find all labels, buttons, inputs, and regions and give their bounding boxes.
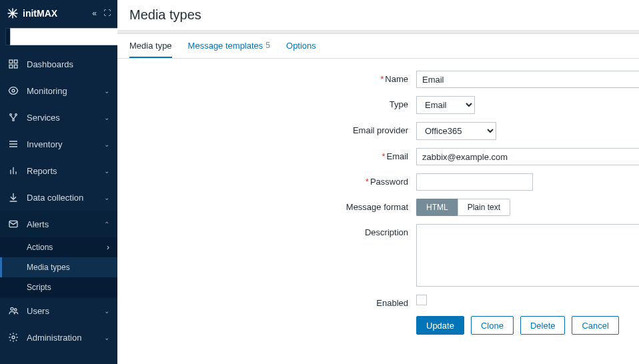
dashboards-icon — [8, 59, 19, 69]
svg-point-7 — [15, 114, 17, 116]
sidebar-subitem-actions[interactable]: Actions › — [0, 237, 117, 257]
sidebar-item-label: Administration — [27, 333, 96, 343]
sidebar-item-inventory[interactable]: Inventory ⌄ — [0, 131, 117, 157]
chevron-up-icon: ⌃ — [104, 221, 109, 228]
sidebar-item-alerts[interactable]: Alerts ⌃ — [0, 211, 117, 237]
sidebar-item-label: Data collection — [27, 193, 96, 203]
tab-label: Media type — [129, 41, 172, 51]
tab-label: Options — [286, 41, 316, 51]
sidebar-item-data-collection[interactable]: Data collection ⌄ — [0, 184, 117, 211]
label-name: *Name — [117, 71, 416, 84]
sidebar-item-label: Dashboards — [27, 59, 109, 69]
label-provider: Email provider — [117, 122, 416, 135]
delete-button[interactable]: Delete — [520, 316, 566, 335]
label-type: Type — [117, 96, 416, 109]
sidebar-item-label: Reports — [27, 166, 96, 176]
tab-message-templates[interactable]: Message templates 5 — [188, 34, 270, 58]
chevron-down-icon: ⌄ — [104, 167, 109, 175]
msgformat-plain-button[interactable]: Plain text — [458, 199, 510, 216]
sidebar: initMAX « ⛶ Dashboards Monitoring ⌄ Serv… — [0, 0, 117, 364]
msgformat-html-button[interactable]: HTML — [416, 199, 458, 216]
alerts-subnav: Actions › Media types Scripts — [0, 237, 117, 297]
svg-point-12 — [12, 336, 15, 339]
sidebar-header: initMAX « ⛶ — [0, 0, 117, 27]
sidebar-item-label: Alerts — [27, 219, 96, 229]
row-enabled: Enabled — [117, 295, 639, 308]
chevron-down-icon: ⌄ — [104, 307, 109, 315]
enabled-checkbox[interactable] — [416, 295, 427, 305]
sidebar-subitem-media-types[interactable]: Media types — [0, 257, 117, 277]
label-description: Description — [117, 224, 416, 237]
page-title: Media types — [129, 7, 201, 23]
label-enabled: Enabled — [117, 295, 416, 308]
sidebar-item-users[interactable]: Users ⌄ — [0, 297, 117, 324]
sidebar-subitem-scripts[interactable]: Scripts — [0, 277, 117, 297]
svg-point-5 — [12, 89, 15, 92]
row-password: *Password — [117, 173, 639, 191]
svg-point-11 — [15, 309, 17, 311]
users-icon — [8, 305, 19, 316]
brand-label: initMAX — [23, 8, 57, 19]
sidebar-subitem-label: Media types — [27, 263, 70, 272]
chevron-down-icon: ⌄ — [104, 87, 109, 95]
sidebar-item-services[interactable]: Services ⌄ — [0, 104, 117, 131]
svg-point-8 — [13, 119, 15, 121]
brand-logo-icon — [7, 7, 19, 19]
update-button[interactable]: Update — [416, 316, 464, 335]
sidebar-item-reports[interactable]: Reports ⌄ — [0, 157, 117, 184]
brand[interactable]: initMAX — [7, 7, 88, 19]
svg-rect-2 — [14, 60, 17, 63]
clone-button[interactable]: Clone — [471, 316, 514, 335]
sidebar-search[interactable] — [5, 28, 112, 45]
sidebar-item-label: Monitoring — [27, 86, 96, 96]
sidebar-item-dashboards[interactable]: Dashboards — [0, 51, 117, 77]
name-field[interactable] — [416, 71, 639, 88]
collapse-sidebar-icon[interactable]: « — [92, 9, 97, 18]
fullscreen-icon[interactable]: ⛶ — [103, 9, 111, 18]
administration-icon — [8, 332, 19, 343]
tab-options[interactable]: Options — [286, 34, 316, 58]
type-select[interactable]: Email — [416, 96, 475, 114]
tabs: Media type Message templates 5 Options — [117, 34, 639, 59]
cancel-button[interactable]: Cancel — [572, 316, 618, 335]
sidebar-item-label: Inventory — [27, 139, 96, 149]
sidebar-item-administration[interactable]: Administration ⌄ — [0, 324, 117, 351]
svg-point-10 — [11, 307, 13, 310]
inventory-icon — [8, 139, 19, 149]
tab-count: 5 — [265, 41, 270, 50]
reports-icon — [8, 165, 19, 176]
svg-point-6 — [10, 114, 12, 116]
sidebar-nav: Dashboards Monitoring ⌄ Services ⌄ Inven… — [0, 51, 117, 351]
svg-rect-3 — [9, 65, 13, 68]
password-field[interactable] — [416, 173, 533, 191]
provider-select[interactable]: Office365 — [416, 122, 496, 140]
row-name: *Name — [117, 71, 639, 88]
row-description: Description — [117, 224, 639, 287]
row-message-format: Message format HTML Plain text — [117, 199, 639, 216]
row-type: Type Email — [117, 96, 639, 114]
sidebar-item-label: Services — [27, 113, 96, 123]
email-field[interactable] — [416, 148, 639, 165]
sidebar-item-monitoring[interactable]: Monitoring ⌄ — [0, 77, 117, 104]
chevron-down-icon: ⌄ — [104, 194, 109, 201]
sidebar-subitem-label: Scripts — [27, 283, 51, 292]
description-field[interactable] — [416, 224, 639, 287]
chevron-down-icon: ⌄ — [104, 141, 109, 148]
row-buttons: Update Clone Delete Cancel — [117, 316, 639, 335]
form: *Name Type Email Email provider Office36… — [117, 59, 639, 355]
label-message-format: Message format — [117, 199, 416, 212]
row-provider: Email provider Office365 — [117, 122, 639, 140]
row-email: *Email — [117, 148, 639, 165]
alerts-icon — [8, 219, 19, 229]
label-password: *Password — [117, 173, 416, 187]
page-header: Media types — [117, 0, 639, 31]
services-icon — [8, 112, 19, 123]
sidebar-subitem-label: Actions — [27, 243, 53, 252]
svg-rect-4 — [14, 65, 17, 68]
svg-rect-1 — [9, 60, 13, 63]
monitoring-icon — [8, 85, 19, 96]
search-input[interactable] — [10, 28, 134, 45]
sidebar-item-label: Users — [27, 306, 96, 316]
tab-media-type[interactable]: Media type — [129, 34, 172, 58]
chevron-right-icon: › — [107, 243, 109, 252]
